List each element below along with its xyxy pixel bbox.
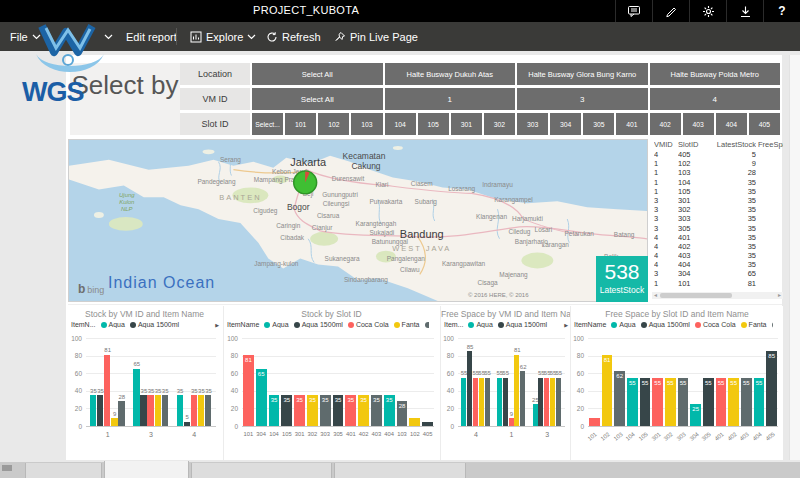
bar-aqua-1500ml-vm3[interactable] <box>140 395 146 426</box>
bar-aqua-vm3[interactable] <box>133 369 139 426</box>
table-row[interactable]: 1102981 <box>652 159 783 168</box>
bar-aqua-1500ml-vm3[interactable] <box>538 378 543 426</box>
help-icon[interactable]: ? <box>763 0 800 22</box>
bar-sprite-vm3[interactable] <box>162 395 168 426</box>
bar-aqua-vm1[interactable] <box>90 395 96 426</box>
table-row[interactable]: 11043555 <box>652 178 783 187</box>
legend-item[interactable]: Aqua 1500ml <box>294 321 343 328</box>
bar-sprite-vm4[interactable] <box>485 378 490 426</box>
table-row[interactable]: 44033555 <box>652 251 783 260</box>
menu-refresh[interactable]: Refresh <box>262 22 325 51</box>
slicer-option[interactable]: 102 <box>318 113 349 135</box>
legend-item[interactable]: Aqua <box>611 321 635 328</box>
pencil-icon[interactable] <box>652 0 689 22</box>
slicer-option[interactable]: Halte Busway Glora Bung Karno <box>517 63 648 85</box>
table-hscrollbar[interactable]: ◂ ▸ <box>652 292 783 299</box>
table-row[interactable]: 44043555 <box>652 260 783 269</box>
bar-fanta-vm3[interactable] <box>155 395 161 426</box>
bar-aqua-1500ml-vm4[interactable] <box>184 422 190 426</box>
scroll-thumb[interactable] <box>660 293 732 298</box>
bar-aqua-1500ml-vm1[interactable] <box>503 378 508 426</box>
bar-slot-405[interactable] <box>422 422 433 426</box>
table-row[interactable]: 1101819 <box>652 279 783 288</box>
table-row[interactable]: 33053555 <box>652 224 783 233</box>
page-tab-2[interactable] <box>104 461 189 478</box>
legend-item[interactable]: Fanta <box>741 321 767 328</box>
bar-sprite-vm4[interactable] <box>205 395 211 426</box>
table-row[interactable]: 33023555 <box>652 205 783 214</box>
slicer-option[interactable]: Select All <box>252 88 383 110</box>
bar-fanta-vm4[interactable] <box>479 378 484 426</box>
bar-coca-cola-vm1[interactable] <box>509 418 514 426</box>
scroll-left-arrow[interactable]: ◂ <box>652 292 659 299</box>
bar-aqua-vm3[interactable] <box>533 404 538 426</box>
slicer-option[interactable]: 105 <box>418 113 449 135</box>
page-tab-3[interactable] <box>191 463 332 478</box>
slicer-option[interactable]: 404 <box>716 113 747 135</box>
legend-item[interactable]: Aqua 1500ml <box>130 321 179 328</box>
slicer-option[interactable]: Halte Busway Polda Metro <box>650 63 781 85</box>
table-row[interactable]: 33013555 <box>652 196 783 205</box>
gear-icon[interactable] <box>689 0 726 22</box>
legend-item[interactable]: Aqua 1500ml <box>498 321 547 328</box>
scroll-right-arrow[interactable]: ▸ <box>776 292 783 299</box>
bar-sprite-vm1[interactable] <box>520 371 525 426</box>
slicer-option[interactable]: 1 <box>385 88 516 110</box>
bar-slot-102[interactable] <box>602 355 613 426</box>
slicer-option[interactable]: 401 <box>616 113 647 135</box>
slicer-option[interactable]: 101 <box>285 113 316 135</box>
menu-explore[interactable]: Explore <box>186 22 260 51</box>
bar-fanta-vm1[interactable] <box>111 418 117 426</box>
legend-item[interactable]: Aqua <box>264 321 288 328</box>
bing-logo[interactable]: bbing <box>78 282 104 296</box>
download-icon[interactable] <box>726 0 763 22</box>
slicer-option[interactable]: 405 <box>749 113 780 135</box>
table-row[interactable]: 11053555 <box>652 187 783 196</box>
table-row[interactable]: 33046525 <box>652 269 783 278</box>
bar-fanta-vm4[interactable] <box>198 395 204 426</box>
bar-aqua-vm4[interactable] <box>461 378 466 426</box>
slicer-option[interactable]: 402 <box>650 113 681 135</box>
table-header-cell[interactable]: SlotID <box>678 139 706 150</box>
slicer-option[interactable]: 305 <box>583 113 614 135</box>
legend-item[interactable]: Aqua 1500ml <box>641 321 690 328</box>
slicer-option[interactable]: 4 <box>650 88 781 110</box>
bar-coca-cola-vm4[interactable] <box>473 378 478 426</box>
page-tab-1[interactable] <box>25 463 102 478</box>
legend-item[interactable]: Sprite <box>772 321 773 328</box>
legend-item[interactable]: Coca Cola <box>348 321 389 328</box>
bar-aqua-1500ml-vm1[interactable] <box>97 395 103 426</box>
menu-edit-report[interactable]: Edit report <box>122 22 181 51</box>
table-header-cell[interactable]: FreeSpace ▴ <box>758 139 783 150</box>
bar-fanta-vm3[interactable] <box>550 378 555 426</box>
bar-slot-101[interactable] <box>243 355 254 426</box>
bar-coca-cola-vm3[interactable] <box>544 378 549 426</box>
bar-sprite-vm3[interactable] <box>556 378 561 426</box>
comments-icon[interactable] <box>615 0 652 22</box>
table-row[interactable]: 4405585 <box>652 150 783 159</box>
bar-slot-101[interactable] <box>589 418 600 426</box>
bar-aqua-vm4[interactable] <box>177 395 183 426</box>
legend-item[interactable]: Aqua <box>468 321 492 328</box>
table-row[interactable]: 11032862 <box>652 168 783 177</box>
legend-overflow-arrow-icon[interactable]: ▶ <box>215 322 219 328</box>
table-header-cell[interactable]: LatestStock <box>708 139 756 150</box>
bar-slot-405[interactable] <box>766 351 777 426</box>
legend-item[interactable]: Coca Cola <box>695 321 736 328</box>
bar-sprite-vm1[interactable] <box>118 401 124 426</box>
slicer-option[interactable]: 103 <box>351 113 382 135</box>
vertical-scrollbar[interactable] <box>789 55 800 460</box>
slicer-option[interactable]: 301 <box>451 113 482 135</box>
slicer-option[interactable]: 104 <box>385 113 416 135</box>
bar-slot-304[interactable] <box>256 369 267 426</box>
legend-item[interactable]: Aqua <box>101 321 125 328</box>
slicer-option[interactable]: Select All <box>252 63 383 85</box>
slicer-option[interactable]: 304 <box>550 113 581 135</box>
map-marker[interactable] <box>294 171 317 194</box>
slicer-option[interactable]: 302 <box>484 113 515 135</box>
slicer-option[interactable]: 303 <box>517 113 548 135</box>
legend-item[interactable]: Fanta <box>394 321 420 328</box>
slicer-option[interactable]: 403 <box>683 113 714 135</box>
slicer-option[interactable]: 3 <box>517 88 648 110</box>
bar-aqua-vm1[interactable] <box>497 378 502 426</box>
